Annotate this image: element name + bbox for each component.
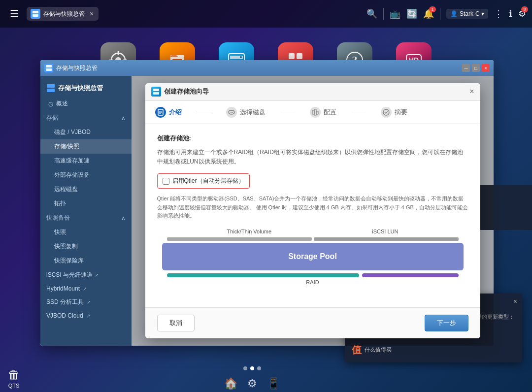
- sidebar-section-snapshot-backup[interactable]: 快照备份 ∧: [40, 211, 132, 225]
- sidebar-item-vjbod-cloud[interactable]: VJBOD Cloud ↗: [40, 309, 132, 322]
- raid-bar-purple: [362, 273, 458, 277]
- trash-bin-icon: 🗑: [8, 368, 20, 382]
- dialog-overlay: 创建存储池向导 ×: [132, 76, 494, 346]
- user-menu[interactable]: 👤 Stark-C ▾: [446, 9, 488, 19]
- info-icon[interactable]: ℹ: [509, 8, 512, 19]
- qtier-checkbox[interactable]: [163, 178, 169, 185]
- storage-pool-label: Storage Pool: [288, 252, 337, 261]
- sidebar-item-snapshot-restore[interactable]: 快照复制: [40, 239, 132, 254]
- search-icon[interactable]: 🔍: [366, 8, 377, 19]
- window-body: 存储与快照总管 ◷ 概述 存储 ∧ 磁盘 / VJBOD 存储/快照 高速缓存加…: [40, 76, 494, 346]
- close-tab-button[interactable]: ×: [90, 10, 94, 18]
- ssd-external-icon: ↗: [87, 299, 91, 305]
- ssd-label: SSD 分析工具: [46, 298, 84, 306]
- qtier-checkbox-row[interactable]: 启用Qtier（自动分层存储）: [157, 173, 250, 189]
- home-bottom-icon[interactable]: 🏠: [224, 377, 237, 390]
- desktop: 控制台 File Station 文件: [0, 28, 532, 392]
- step-icon-summary: [381, 107, 392, 118]
- iscsi-external-icon: ↗: [95, 272, 99, 278]
- storage-tab-icon: [31, 9, 40, 19]
- vjbod-cloud-label: VJBOD Cloud: [46, 312, 83, 319]
- sidebar-section-storage[interactable]: 存储 ∧: [40, 111, 132, 125]
- dot-1[interactable]: [243, 366, 247, 370]
- sidebar-title: 存储与快照总管: [58, 84, 103, 93]
- close-window-button[interactable]: ×: [482, 64, 490, 72]
- watermark-text: 什么值得买: [365, 346, 392, 354]
- description-text: 存储池可用来建立一个或多个RAID组（RAID组可将实体磁盘组织起来）以供您弹性…: [157, 148, 468, 166]
- snapshot-section-label: 快照备份: [46, 214, 70, 222]
- dialog-close-button[interactable]: ×: [469, 87, 474, 96]
- svg-rect-27: [47, 84, 55, 88]
- dialog-content: 创建存储池: 存储池可用来建立一个或多个RAID组（RAID组可将实体磁盘组织起…: [145, 124, 480, 307]
- qtier-label[interactable]: 启用Qtier（自动分层存储）: [172, 177, 244, 185]
- settings-bottom-icon[interactable]: ⚙: [247, 377, 257, 390]
- sidebar-item-external[interactable]: 外部存储设备: [40, 168, 132, 182]
- svg-rect-30: [153, 92, 159, 95]
- bottom-icons-row: 🏠 ⚙ 📱: [224, 377, 280, 390]
- step-summary-label: 摘要: [395, 108, 407, 117]
- section-title: 创建存储池:: [157, 134, 468, 143]
- taskbar-left: ☰ 存储与快照总管 ×: [6, 6, 99, 22]
- minimize-button[interactable]: ─: [462, 64, 470, 72]
- user-avatar-icon: 👤: [450, 10, 458, 17]
- sidebar-item-remote-disk[interactable]: 远程磁盘: [40, 182, 132, 196]
- dialog-title-left: 创建存储池向导: [151, 87, 209, 97]
- vjbod-external-icon: ↗: [86, 313, 90, 319]
- iscsi-lun-label: iSCSI LUN: [372, 229, 398, 234]
- sidebar-item-overview[interactable]: ◷ 概述: [40, 97, 132, 111]
- sidebar-item-snapshot[interactable]: 存储/快照: [40, 139, 132, 154]
- step-configure-label: 配置: [324, 108, 336, 117]
- external-display-icon[interactable]: 📺: [390, 8, 400, 19]
- window-title-icon: [44, 64, 53, 72]
- iscsi-lun-bar: [314, 237, 459, 241]
- sidebar-item-ssd[interactable]: SSD 分析工具 ↗: [40, 295, 132, 309]
- taskbar-right: 🔍 📺 🔄 🔔 1 👤 Stark-C ▾ ⋮ ℹ ⚙ 8: [366, 8, 526, 20]
- storage-section-label: 存储: [46, 114, 58, 122]
- step-divider-2: [280, 112, 295, 112]
- sidebar-item-iscsi[interactable]: iSCSI 与光纤通道 ↗: [40, 268, 132, 282]
- window-title: 存储与快照总管: [56, 64, 98, 72]
- qts-label: QTS: [8, 383, 20, 389]
- menu-icon[interactable]: ☰: [6, 6, 23, 22]
- svg-rect-40: [316, 111, 318, 114]
- dot-3[interactable]: [257, 366, 261, 370]
- svg-rect-29: [153, 89, 159, 91]
- dot-2[interactable]: [250, 366, 254, 370]
- settings-icon[interactable]: ⚙ 8: [518, 8, 526, 19]
- sidebar-item-hybridmount[interactable]: HybridMount ↗: [40, 282, 132, 295]
- taskbar-bottom: 🗑 QTS 🏠 ⚙ 📱: [0, 364, 532, 392]
- cancel-button[interactable]: 取消: [157, 315, 195, 331]
- notification-bell-icon[interactable]: 🔔 1: [423, 8, 434, 19]
- sidebar-item-tiering[interactable]: 高速缓存加速: [40, 154, 132, 168]
- step-select-disk-label: 选择磁盘: [240, 108, 266, 117]
- maximize-button[interactable]: □: [472, 64, 480, 72]
- step-icon-configure: [310, 107, 321, 118]
- sidebar-item-topology[interactable]: 拓扑: [40, 196, 132, 211]
- sidebar-item-disk[interactable]: 磁盘 / VJBOD: [40, 125, 132, 139]
- sidebar-header: 存储与快照总管: [40, 80, 132, 97]
- step-intro-label: 介绍: [169, 108, 182, 117]
- cloud-sync-icon[interactable]: 🔄: [406, 8, 417, 19]
- main-window: 存储与快照总管 ─ □ × 存储与快照总管 ◷: [40, 60, 494, 346]
- storage-pool-box: Storage Pool: [162, 243, 464, 270]
- hybridmount-external-icon: ↗: [83, 286, 87, 292]
- sidebar-item-snapshot-vault[interactable]: 快照保险库: [40, 254, 132, 268]
- divider-2: [440, 8, 440, 20]
- step-tab-select-disk[interactable]: 选择磁盘: [226, 107, 266, 118]
- svg-point-15: [240, 56, 242, 58]
- trash-icon[interactable]: 🗑 QTS: [8, 368, 20, 389]
- step-tabs: 介绍 选: [145, 101, 480, 124]
- step-tab-summary[interactable]: 摘要: [381, 107, 407, 118]
- step-tab-intro[interactable]: 介绍: [155, 107, 182, 118]
- create-pool-dialog: 创建存储池向导 ×: [145, 83, 480, 338]
- content-area: 创建存储池向导 ×: [132, 76, 494, 346]
- next-button[interactable]: 下一步: [425, 315, 468, 331]
- open-app-tab[interactable]: 存储与快照总管 ×: [27, 7, 99, 21]
- raid-label: RAID: [162, 279, 464, 285]
- step-divider-1: [197, 112, 211, 112]
- sidebar-item-snapshot-main[interactable]: 快照: [40, 225, 132, 239]
- more-options-icon[interactable]: ⋮: [494, 8, 503, 19]
- mobile-bottom-icon[interactable]: 📱: [267, 377, 280, 390]
- step-tab-configure[interactable]: 配置: [310, 107, 336, 118]
- firmware-close-button[interactable]: ×: [513, 297, 517, 305]
